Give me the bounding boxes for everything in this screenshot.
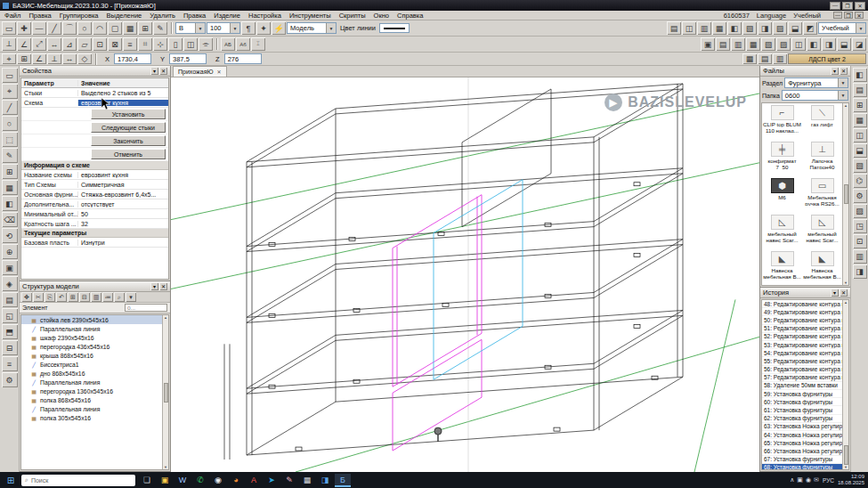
action-button[interactable]: Отменить [91, 149, 166, 159]
tool-icon[interactable]: ▥ [853, 249, 867, 264]
tree-item[interactable]: ▦ перегородка 1360х545х16 [21, 386, 168, 395]
tool-icon[interactable]: ⊕ [2, 244, 18, 259]
menu-item[interactable]: Файл [4, 12, 20, 20]
tool-icon[interactable]: ▥ [697, 21, 711, 35]
menu-item[interactable]: Окно [374, 12, 389, 20]
tool-icon[interactable]: ⚙ [2, 372, 18, 387]
tool-icon[interactable]: ▤ [2, 292, 18, 307]
tool-icon[interactable]: ⬓ [788, 21, 802, 35]
taskbar-app-icon[interactable]: ❏ [139, 474, 155, 487]
tool-icon[interactable]: ≡ [123, 37, 137, 51]
history-row[interactable]: 63: Установка Ножка регулируе [762, 423, 842, 431]
property-row[interactable]: Тип Схемы Симметричная [21, 180, 168, 190]
tool-icon[interactable]: ⌶ [251, 37, 265, 51]
menu-item[interactable]: Правка [28, 12, 51, 20]
tool-icon[interactable]: ✎ [153, 21, 167, 35]
tool-icon[interactable]: ◨ [822, 37, 836, 51]
taskbar-app-icon[interactable]: ▦ [299, 474, 315, 487]
taskbar-app-icon[interactable]: Б [335, 474, 351, 487]
taskbar-app-icon[interactable]: A [246, 474, 262, 487]
tool-icon[interactable]: ⊡ [853, 234, 867, 248]
history-row[interactable]: 65: Установка Ножка регулируе [762, 439, 842, 447]
menu-item[interactable]: Правка [183, 12, 206, 20]
tool-icon[interactable]: ↶ [56, 292, 67, 302]
tool-icon[interactable]: ⊡ [93, 37, 107, 51]
action-button[interactable]: Следующие стыки [91, 122, 166, 133]
tool-icon[interactable]: ⌗ [138, 37, 152, 51]
tool-icon[interactable]: ◧ [2, 196, 18, 211]
tool-icon[interactable]: ▱ [77, 37, 92, 51]
history-row[interactable]: 55: Редактирование контура и с [762, 357, 842, 365]
history-row[interactable]: 60: Установка фурнитуры [762, 398, 842, 406]
menu-item[interactable]: Настройка [248, 12, 281, 20]
history-row[interactable]: 53: Редактирование контура и с [762, 341, 842, 349]
history-row[interactable]: 61: Установка фурнитуры [762, 406, 842, 414]
tool-icon[interactable]: ◫ [183, 37, 198, 51]
tray-icon[interactable]: ◉ [806, 476, 811, 484]
tool-icon[interactable]: ✦ [256, 21, 271, 35]
tool-icon[interactable]: ⌕ [114, 292, 125, 302]
close-icon[interactable]: ✕ [159, 67, 167, 75]
pin-icon[interactable]: ▾ [150, 282, 158, 290]
mdi-close-button[interactable]: ✕ [855, 12, 864, 19]
taskbar-app-icon[interactable]: ✎ [281, 474, 297, 487]
z-coordinate-input[interactable]: 276 [224, 53, 262, 64]
tree-item[interactable]: ▦ крыша 868х545х16 [21, 351, 168, 360]
clock[interactable]: 12:09 18.08.2025 [838, 474, 864, 486]
tool-icon[interactable]: Аб [236, 37, 250, 51]
property-row[interactable]: Минимальный от... 50 [21, 209, 168, 219]
tool-icon[interactable]: ↔ [47, 37, 61, 51]
property-row[interactable]: Базовая пласть Изнутри [21, 238, 168, 248]
tool-icon[interactable]: ▧ [853, 159, 867, 173]
tool-icon[interactable]: ╱ [2, 100, 18, 115]
tool-icon[interactable]: ↔ [62, 53, 77, 64]
property-row[interactable]: Основная фурни... Стяжка-еврозвинт 6,4х5… [21, 190, 168, 199]
tool-icon[interactable]: ⚙ [853, 189, 867, 203]
history-row[interactable]: 59: Установка фурнитуры [762, 390, 842, 398]
history-row[interactable]: 51: Редактирование контура и с [762, 325, 842, 333]
tree-item[interactable]: ▦ шкаф 2390х545х16 [21, 333, 168, 342]
tray-icon[interactable]: ▣ [797, 476, 803, 484]
close-icon[interactable]: ✕ [159, 282, 167, 290]
tool-icon[interactable]: ⟲ [2, 228, 18, 243]
mdi-minimize-button[interactable]: — [833, 12, 842, 19]
start-button[interactable]: ⊞ [4, 474, 18, 486]
tree-item[interactable]: ╱ Биссектриса1 [21, 360, 168, 369]
tool-icon[interactable]: ⬓ [853, 143, 867, 158]
tool-icon[interactable]: ⊞ [17, 53, 31, 64]
history-row[interactable]: 50: Редактирование контура и с [762, 316, 842, 324]
tool-icon[interactable]: ▥ [91, 292, 101, 302]
close-icon[interactable]: ✕ [840, 289, 848, 297]
element-filter-input[interactable]: о... [125, 304, 167, 312]
menu-item[interactable]: Группировка [60, 12, 99, 20]
tool-icon[interactable]: ▨ [773, 21, 787, 35]
tool-icon[interactable]: ▣ [701, 37, 715, 51]
tool-icon[interactable]: ⊞ [2, 164, 18, 179]
selected-panel-cyan[interactable] [434, 180, 523, 379]
y-coordinate-input[interactable]: 387,5 [169, 53, 207, 64]
tool-icon[interactable]: ▦ [712, 21, 726, 35]
tool-icon[interactable]: ▯ [168, 37, 183, 51]
tool-icon[interactable]: ▣ [2, 260, 18, 275]
tool-icon[interactable]: ▤ [758, 53, 772, 64]
tool-icon[interactable]: ▥ [773, 53, 787, 64]
language-indicator[interactable]: РУС [823, 477, 834, 484]
library-item[interactable]: ⟍ газ лифт [802, 103, 842, 140]
tool-icon[interactable]: АБ [221, 37, 235, 51]
library-item[interactable]: ◣ Навеска мебельная В... [762, 249, 802, 286]
tree-item[interactable]: ▦ полка 305х545х16 [21, 413, 168, 422]
tool-icon[interactable]: ⟂ [2, 37, 16, 51]
tool-icon[interactable]: ▢ [108, 21, 122, 35]
taskbar-app-icon[interactable]: ◕ [228, 474, 244, 487]
tool-icon[interactable]: ○ [77, 21, 92, 35]
tool-icon[interactable]: ⊟ [79, 292, 90, 302]
taskbar-app-icon[interactable]: ▣ [157, 474, 173, 487]
tool-icon[interactable]: ≔ [102, 292, 113, 302]
pin-icon[interactable]: ▾ [831, 289, 839, 297]
tool-icon[interactable]: ◇ [77, 53, 92, 64]
history-row[interactable]: 49: Редактирование контура и с [762, 308, 842, 316]
tool-icon[interactable]: ⌫ [2, 212, 18, 227]
tool-icon[interactable]: ⟂ [47, 53, 61, 64]
tool-icon[interactable]: ○ [2, 116, 18, 131]
line-color-combo[interactable] [379, 23, 410, 33]
